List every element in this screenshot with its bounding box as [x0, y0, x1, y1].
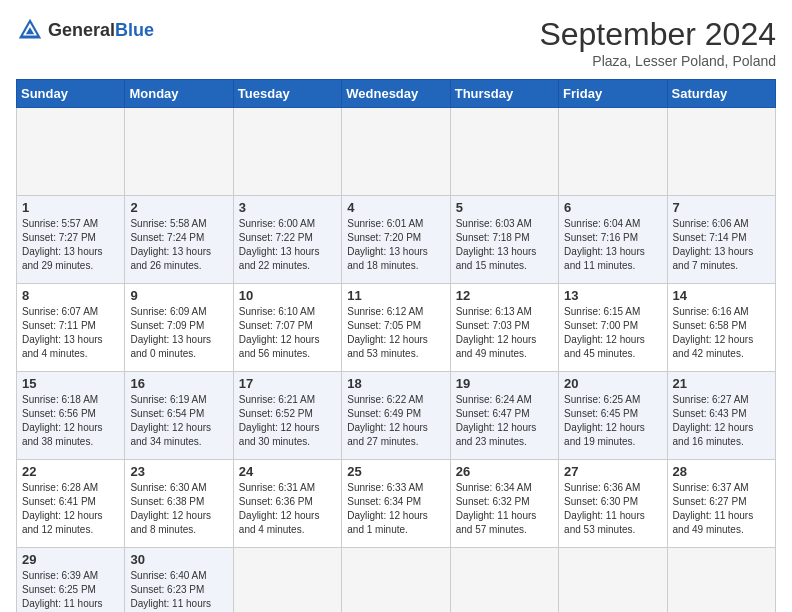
day-number: 7 [673, 200, 770, 215]
calendar-week-row: 15Sunrise: 6:18 AM Sunset: 6:56 PM Dayli… [17, 372, 776, 460]
day-info: Sunrise: 6:06 AM Sunset: 7:14 PM Dayligh… [673, 217, 770, 273]
day-info: Sunrise: 6:22 AM Sunset: 6:49 PM Dayligh… [347, 393, 444, 449]
day-number: 19 [456, 376, 553, 391]
month-title: September 2024 [539, 16, 776, 53]
calendar-cell: 8Sunrise: 6:07 AM Sunset: 7:11 PM Daylig… [17, 284, 125, 372]
day-number: 23 [130, 464, 227, 479]
calendar-cell: 12Sunrise: 6:13 AM Sunset: 7:03 PM Dayli… [450, 284, 558, 372]
calendar-cell: 6Sunrise: 6:04 AM Sunset: 7:16 PM Daylig… [559, 196, 667, 284]
weekday-header-thursday: Thursday [450, 80, 558, 108]
calendar-cell: 16Sunrise: 6:19 AM Sunset: 6:54 PM Dayli… [125, 372, 233, 460]
calendar-week-row: 1Sunrise: 5:57 AM Sunset: 7:27 PM Daylig… [17, 196, 776, 284]
calendar-cell: 13Sunrise: 6:15 AM Sunset: 7:00 PM Dayli… [559, 284, 667, 372]
day-number: 1 [22, 200, 119, 215]
day-info: Sunrise: 6:25 AM Sunset: 6:45 PM Dayligh… [564, 393, 661, 449]
day-number: 11 [347, 288, 444, 303]
calendar-cell: 15Sunrise: 6:18 AM Sunset: 6:56 PM Dayli… [17, 372, 125, 460]
calendar-cell: 4Sunrise: 6:01 AM Sunset: 7:20 PM Daylig… [342, 196, 450, 284]
calendar-cell: 3Sunrise: 6:00 AM Sunset: 7:22 PM Daylig… [233, 196, 341, 284]
calendar-week-row: 8Sunrise: 6:07 AM Sunset: 7:11 PM Daylig… [17, 284, 776, 372]
day-number: 26 [456, 464, 553, 479]
calendar-cell: 11Sunrise: 6:12 AM Sunset: 7:05 PM Dayli… [342, 284, 450, 372]
day-number: 3 [239, 200, 336, 215]
calendar-cell [342, 108, 450, 196]
day-info: Sunrise: 6:24 AM Sunset: 6:47 PM Dayligh… [456, 393, 553, 449]
logo: GeneralBlue [16, 16, 154, 44]
day-info: Sunrise: 6:04 AM Sunset: 7:16 PM Dayligh… [564, 217, 661, 273]
day-number: 21 [673, 376, 770, 391]
weekday-header-saturday: Saturday [667, 80, 775, 108]
day-number: 24 [239, 464, 336, 479]
day-info: Sunrise: 5:57 AM Sunset: 7:27 PM Dayligh… [22, 217, 119, 273]
day-info: Sunrise: 6:27 AM Sunset: 6:43 PM Dayligh… [673, 393, 770, 449]
calendar-cell [559, 548, 667, 613]
day-info: Sunrise: 6:12 AM Sunset: 7:05 PM Dayligh… [347, 305, 444, 361]
page-header: GeneralBlue September 2024 Plaza, Lesser… [16, 16, 776, 69]
day-info: Sunrise: 6:36 AM Sunset: 6:30 PM Dayligh… [564, 481, 661, 537]
day-number: 2 [130, 200, 227, 215]
day-info: Sunrise: 6:16 AM Sunset: 6:58 PM Dayligh… [673, 305, 770, 361]
calendar-cell [17, 108, 125, 196]
calendar-cell: 28Sunrise: 6:37 AM Sunset: 6:27 PM Dayli… [667, 460, 775, 548]
calendar-cell [559, 108, 667, 196]
day-number: 5 [456, 200, 553, 215]
calendar-cell [233, 548, 341, 613]
day-number: 29 [22, 552, 119, 567]
calendar-week-row: 29Sunrise: 6:39 AM Sunset: 6:25 PM Dayli… [17, 548, 776, 613]
calendar-cell: 1Sunrise: 5:57 AM Sunset: 7:27 PM Daylig… [17, 196, 125, 284]
day-info: Sunrise: 6:33 AM Sunset: 6:34 PM Dayligh… [347, 481, 444, 537]
calendar-cell: 17Sunrise: 6:21 AM Sunset: 6:52 PM Dayli… [233, 372, 341, 460]
day-info: Sunrise: 6:28 AM Sunset: 6:41 PM Dayligh… [22, 481, 119, 537]
day-number: 30 [130, 552, 227, 567]
calendar-cell [233, 108, 341, 196]
calendar-week-row: 22Sunrise: 6:28 AM Sunset: 6:41 PM Dayli… [17, 460, 776, 548]
day-info: Sunrise: 6:21 AM Sunset: 6:52 PM Dayligh… [239, 393, 336, 449]
logo-general: General [48, 20, 115, 40]
calendar-cell: 5Sunrise: 6:03 AM Sunset: 7:18 PM Daylig… [450, 196, 558, 284]
weekday-header-friday: Friday [559, 80, 667, 108]
day-number: 16 [130, 376, 227, 391]
location-title: Plaza, Lesser Poland, Poland [539, 53, 776, 69]
weekday-header-tuesday: Tuesday [233, 80, 341, 108]
day-info: Sunrise: 6:03 AM Sunset: 7:18 PM Dayligh… [456, 217, 553, 273]
day-number: 27 [564, 464, 661, 479]
weekday-header-sunday: Sunday [17, 80, 125, 108]
logo-blue: Blue [115, 20, 154, 40]
calendar-cell [450, 548, 558, 613]
calendar-cell [342, 548, 450, 613]
day-info: Sunrise: 6:30 AM Sunset: 6:38 PM Dayligh… [130, 481, 227, 537]
day-info: Sunrise: 6:37 AM Sunset: 6:27 PM Dayligh… [673, 481, 770, 537]
day-info: Sunrise: 6:40 AM Sunset: 6:23 PM Dayligh… [130, 569, 227, 612]
day-number: 14 [673, 288, 770, 303]
calendar-cell: 23Sunrise: 6:30 AM Sunset: 6:38 PM Dayli… [125, 460, 233, 548]
calendar-cell: 30Sunrise: 6:40 AM Sunset: 6:23 PM Dayli… [125, 548, 233, 613]
day-info: Sunrise: 6:31 AM Sunset: 6:36 PM Dayligh… [239, 481, 336, 537]
calendar-cell [667, 548, 775, 613]
day-number: 6 [564, 200, 661, 215]
calendar-cell: 24Sunrise: 6:31 AM Sunset: 6:36 PM Dayli… [233, 460, 341, 548]
day-info: Sunrise: 6:09 AM Sunset: 7:09 PM Dayligh… [130, 305, 227, 361]
day-info: Sunrise: 6:07 AM Sunset: 7:11 PM Dayligh… [22, 305, 119, 361]
day-number: 15 [22, 376, 119, 391]
day-info: Sunrise: 6:18 AM Sunset: 6:56 PM Dayligh… [22, 393, 119, 449]
calendar-cell: 10Sunrise: 6:10 AM Sunset: 7:07 PM Dayli… [233, 284, 341, 372]
day-info: Sunrise: 6:39 AM Sunset: 6:25 PM Dayligh… [22, 569, 119, 612]
calendar-cell: 26Sunrise: 6:34 AM Sunset: 6:32 PM Dayli… [450, 460, 558, 548]
day-number: 18 [347, 376, 444, 391]
day-info: Sunrise: 6:10 AM Sunset: 7:07 PM Dayligh… [239, 305, 336, 361]
calendar-cell [450, 108, 558, 196]
calendar-cell: 22Sunrise: 6:28 AM Sunset: 6:41 PM Dayli… [17, 460, 125, 548]
weekday-header-monday: Monday [125, 80, 233, 108]
calendar-cell: 7Sunrise: 6:06 AM Sunset: 7:14 PM Daylig… [667, 196, 775, 284]
weekday-header-row: SundayMondayTuesdayWednesdayThursdayFrid… [17, 80, 776, 108]
day-number: 22 [22, 464, 119, 479]
calendar-table: SundayMondayTuesdayWednesdayThursdayFrid… [16, 79, 776, 612]
calendar-cell: 27Sunrise: 6:36 AM Sunset: 6:30 PM Dayli… [559, 460, 667, 548]
day-info: Sunrise: 6:01 AM Sunset: 7:20 PM Dayligh… [347, 217, 444, 273]
day-info: Sunrise: 6:19 AM Sunset: 6:54 PM Dayligh… [130, 393, 227, 449]
calendar-cell: 2Sunrise: 5:58 AM Sunset: 7:24 PM Daylig… [125, 196, 233, 284]
day-info: Sunrise: 6:13 AM Sunset: 7:03 PM Dayligh… [456, 305, 553, 361]
calendar-week-row [17, 108, 776, 196]
calendar-cell: 29Sunrise: 6:39 AM Sunset: 6:25 PM Dayli… [17, 548, 125, 613]
calendar-cell: 9Sunrise: 6:09 AM Sunset: 7:09 PM Daylig… [125, 284, 233, 372]
